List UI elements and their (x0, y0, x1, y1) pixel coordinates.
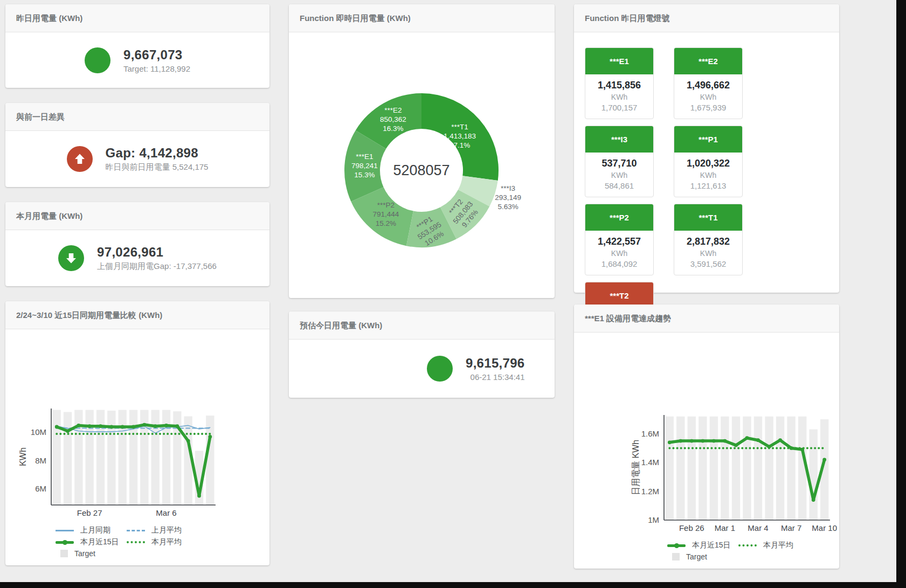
card-month-title: 本月用電量 (KWh) (5, 202, 269, 230)
y-tick: 1.6M (641, 429, 659, 438)
tile-value: 1,415,856 (587, 80, 651, 91)
yesterday-usage-value: 9,667,073 (123, 47, 190, 63)
column-center: Function 即時日用電量 (KWh) ***T11,413,18327.1… (289, 4, 555, 582)
month-usage-value: 97,026,961 (97, 245, 217, 260)
legend-item-本月平均[interactable]: 本月平均 (738, 541, 810, 550)
tile-body: 1,020,322KWh1,121,613 (674, 153, 742, 197)
compare-chart-title: 2/24~3/10 近15日同期用電量比較 (KWh) (5, 301, 269, 329)
series-point (154, 424, 157, 428)
series-point (723, 439, 727, 443)
y-tick: 8M (35, 456, 46, 465)
y-axis-label: 日用電量 KWh (631, 440, 640, 495)
x-tick: Feb 27 (77, 508, 102, 517)
tile-body: 1,422,557KWh1,684,092 (585, 231, 653, 275)
series-point (679, 439, 682, 443)
y-tick: 1M (648, 515, 659, 524)
dashboard: 昨日用電量 (KWh) 9,667,073 Target: 11,128,992… (0, 0, 896, 582)
tile-***T1: ***T12,817,832KWh3,591,562 (674, 204, 743, 275)
series-point (55, 425, 59, 429)
kpi-text: 9,667,073 Target: 11,128,992 (123, 47, 190, 73)
legend-item-上月同期[interactable]: 上月同期 (56, 525, 127, 535)
card-estimate-body: 9,615,796 06-21 15:34:41 (289, 340, 555, 398)
target-bar (698, 417, 707, 520)
series-point (800, 448, 804, 452)
tile-unit: KWh (676, 171, 740, 179)
legend-item-本月平均[interactable]: 本月平均 (127, 537, 198, 547)
tile-target: 1,121,613 (676, 181, 740, 190)
target-bar (787, 417, 795, 520)
tile-unit: KWh (587, 249, 651, 258)
target-bar (86, 410, 94, 505)
legend-label: 本月近15日 (80, 537, 119, 547)
tile-target: 3,591,562 (676, 259, 740, 268)
x-tick: Feb 26 (679, 523, 704, 532)
tile-value: 1,020,322 (676, 158, 740, 169)
target-bar (64, 412, 72, 506)
tile-value: 2,817,832 (676, 236, 740, 247)
up-arrow-icon (67, 146, 93, 172)
legend-marker (667, 544, 686, 547)
card-yesterday-body: 9,667,073 Target: 11,128,992 (5, 32, 269, 88)
estimate-title: 預估今日用電量 (KWh) (289, 312, 555, 340)
series-point (790, 446, 793, 450)
y-tick: 1.4M (641, 458, 659, 467)
tile-target: 584,861 (587, 181, 651, 190)
compare-chart: 6M8M10MFeb 27Mar 6KWh上月同期上月平均本月近15日本月平均T… (5, 329, 269, 565)
series-point (77, 424, 80, 427)
month-usage-gap: 上個月同期用電Gap: -17,377,566 (97, 261, 217, 272)
target-bar (676, 417, 684, 520)
tile-value: 1,422,557 (587, 236, 651, 247)
legend-marker (738, 544, 757, 547)
series-point (767, 445, 771, 448)
tile-target: 1,684,092 (587, 259, 651, 268)
card-compare-chart: 2/24~3/10 近15日同期用電量比較 (KWh) 6M8M10MFeb 2… (5, 301, 269, 565)
tile-label: ***P1 (674, 126, 742, 153)
legend-item-Target[interactable]: Target (667, 552, 738, 561)
kpi-text: Gap: 4,142,898 昨日與前日用電量 5,524,175 (106, 146, 209, 172)
series-point (668, 440, 672, 444)
tile-label: ***I3 (585, 126, 653, 153)
trend-chart: 1M1.2M1.4M1.6MFeb 26Mar 1Mar 4Mar 7Mar 1… (574, 333, 839, 569)
series-point (712, 439, 716, 443)
tile-unit: KWh (587, 93, 651, 101)
y-axis-label: KWh (18, 447, 27, 466)
legend-label: Target (74, 549, 95, 558)
tile-unit: KWh (587, 171, 651, 179)
column-left: 昨日用電量 (KWh) 9,667,073 Target: 11,128,992… (5, 4, 269, 582)
x-tick: Mar 10 (812, 523, 837, 532)
card-yesterday-title: 昨日用電量 (KWh) (5, 4, 269, 32)
estimate-value: 9,615,796 (466, 356, 524, 371)
legend-marker (127, 541, 145, 543)
legend-item-本月近15日[interactable]: 本月近15日 (56, 537, 127, 547)
legend-label: 上月同期 (80, 525, 110, 535)
tile-***P2: ***P21,422,557KWh1,684,092 (585, 204, 654, 275)
kpi-text: 97,026,961 上個月同期用電Gap: -17,377,566 (97, 245, 217, 272)
target-bar (776, 417, 784, 520)
card-yesterday-usage: 昨日用電量 (KWh) 9,667,073 Target: 11,128,992 (5, 4, 269, 88)
card-trend-chart: ***E1 設備用電達成趨勢 1M1.2M1.4M1.6MFeb 26Mar 1… (574, 305, 839, 569)
card-gap-prev-day: 與前一日差異 Gap: 4,142,898 昨日與前日用電量 5,524,175 (5, 103, 269, 187)
tile-unit: KWh (676, 93, 740, 101)
card-estimate-today: 預估今日用電量 (KWh) 9,615,796 06-21 15:34:41 (289, 312, 555, 398)
series-point (745, 436, 749, 440)
target-bar (119, 410, 127, 505)
series-point (208, 435, 212, 439)
legend-label: Target (686, 552, 707, 561)
lights-title: Function 昨日用電燈號 (574, 4, 839, 32)
donut-plot: ***T11,413,18327.1%***I3293,1495.63%***T… (289, 32, 555, 296)
card-lights: Function 昨日用電燈號 ***E11,415,856KWh1,700,1… (574, 4, 839, 293)
legend-item-本月近15日[interactable]: 本月近15日 (667, 541, 738, 550)
x-tick: Mar 4 (748, 523, 768, 532)
kpi-text: 9,615,796 06-21 15:34:41 (466, 356, 524, 382)
target-bar (810, 430, 818, 520)
legend-item-上月平均[interactable]: 上月平均 (127, 525, 198, 535)
y-tick: 6M (35, 484, 46, 493)
tile-label: ***P2 (585, 204, 653, 231)
card-month-body: 97,026,961 上個月同期用電Gap: -17,377,566 (5, 230, 269, 286)
tile-label: ***E1 (585, 48, 653, 74)
legend-item-Target[interactable]: Target (56, 549, 127, 558)
compare-legend: 上月同期上月平均本月近15日本月平均Target (5, 525, 269, 558)
x-tick: Mar 1 (715, 523, 735, 532)
series-point (121, 425, 125, 429)
target-bar (721, 417, 729, 520)
